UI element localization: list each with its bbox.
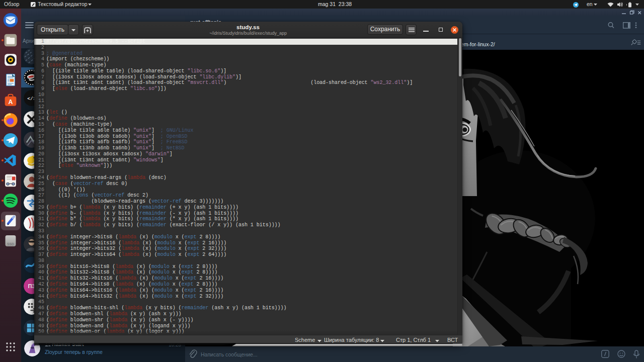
svg-text:A: A xyxy=(9,99,13,106)
svg-text:SSD: SSD xyxy=(7,242,14,246)
